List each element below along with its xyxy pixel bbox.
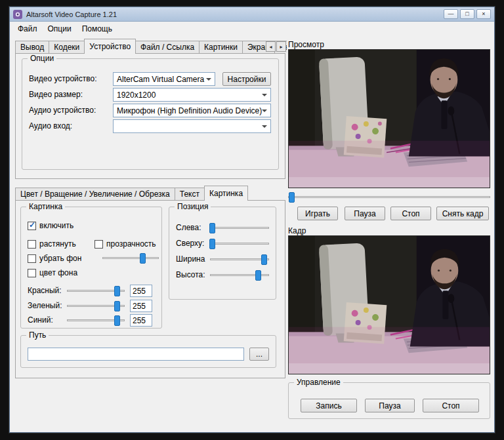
blue-value-input[interactable] xyxy=(130,314,152,327)
green-slider[interactable] xyxy=(67,301,125,311)
enable-checkbox-label: включить xyxy=(39,219,74,233)
audio-input-label: Аудио вход: xyxy=(29,119,72,133)
window-title: Altarsoft Video Capture 1.21 xyxy=(26,10,117,18)
red-slider[interactable] xyxy=(67,286,125,296)
slider-track xyxy=(102,257,159,259)
frame-video xyxy=(288,235,490,374)
path-group: Путь ... xyxy=(20,335,276,368)
slider-thumb[interactable] xyxy=(209,223,215,233)
video-device-select[interactable]: AlterCam Virtual Camera xyxy=(113,72,215,86)
frame-video-scene xyxy=(289,236,490,374)
slider-thumb[interactable] xyxy=(209,239,215,249)
audio-device-label: Аудио устройство: xyxy=(29,104,96,117)
app-window: Altarsoft Video Capture 1.21 — □ × Файл … xyxy=(9,7,495,433)
secondary-tab-strip: Цвет / Вращение / Увеличение / Обрезка Т… xyxy=(15,186,287,201)
slider-thumb[interactable] xyxy=(114,315,120,326)
width-slider[interactable] xyxy=(210,254,269,265)
pause-button[interactable]: Пауза xyxy=(345,207,385,220)
slider-thumb[interactable] xyxy=(114,286,120,296)
options-group: Опции Видео устройство: AlterCam Virtual… xyxy=(22,58,279,170)
height-label: Высота: xyxy=(176,268,205,282)
slider-thumb[interactable] xyxy=(261,254,267,265)
red-label: Красный: xyxy=(28,284,62,298)
play-button[interactable]: Играть xyxy=(297,207,338,220)
enable-checkbox[interactable] xyxy=(28,222,36,230)
snapshot-button[interactable]: Снять кадр xyxy=(436,207,489,220)
options-group-label: Опции xyxy=(28,54,56,63)
video-device-value: AlterCam Virtual Camera xyxy=(117,75,204,84)
remove-background-checkbox-label: убрать фон xyxy=(39,252,81,266)
background-color-checkbox-label: цвет фона xyxy=(39,266,77,280)
height-slider[interactable] xyxy=(210,270,269,281)
menu-file[interactable]: Файл xyxy=(12,22,43,35)
video-size-select[interactable]: 1920x1200 xyxy=(113,88,271,102)
preview-seek-slider[interactable] xyxy=(288,192,490,203)
tab-text[interactable]: Текст xyxy=(175,188,205,200)
preview-title: Просмотр xyxy=(288,40,324,49)
record-button[interactable]: Запись xyxy=(301,399,357,412)
stretch-checkbox[interactable] xyxy=(28,240,36,249)
audio-device-value: Микрофон (High Definition Audio Device) xyxy=(117,106,262,115)
audio-device-select[interactable]: Микрофон (High Definition Audio Device) xyxy=(113,104,271,117)
dropdown-arrow-icon xyxy=(262,125,267,130)
slider-track xyxy=(288,196,490,198)
menu-help[interactable]: Помощь xyxy=(77,22,117,35)
background-color-checkbox[interactable] xyxy=(28,269,36,277)
record-stop-button[interactable]: Стоп xyxy=(423,399,479,412)
menu-bar: Файл Опции Помощь xyxy=(10,22,494,35)
path-input[interactable] xyxy=(28,348,244,361)
picture-group: Картинка включить растянуть прозрачность… xyxy=(20,207,162,329)
window-controls: — □ × xyxy=(444,9,491,19)
width-label: Ширина xyxy=(176,252,205,266)
blue-slider[interactable] xyxy=(67,315,125,326)
audio-input-select[interactable] xyxy=(113,119,271,133)
main-tab-strip: Вывод Кодеки Устройство Файл / Ссылка Ка… xyxy=(15,39,287,54)
left-arrow-icon: ◂ xyxy=(269,44,272,50)
remove-background-checkbox[interactable] xyxy=(28,254,36,263)
dropdown-arrow-icon xyxy=(206,78,211,83)
control-group: Управление Запись Пауза Стоп xyxy=(288,382,490,419)
slider-thumb[interactable] xyxy=(289,192,295,203)
left-slider[interactable] xyxy=(210,223,269,233)
tab-pictures[interactable]: Картинки xyxy=(199,41,243,53)
video-size-value: 1920x1200 xyxy=(117,90,156,100)
dropdown-arrow-icon xyxy=(262,94,267,99)
settings-button[interactable]: Настройки xyxy=(222,72,271,86)
red-value-input[interactable] xyxy=(130,285,152,297)
menu-options[interactable]: Опции xyxy=(43,22,77,35)
preview-video xyxy=(288,49,490,188)
stop-button[interactable]: Стоп xyxy=(390,207,431,220)
blue-label: Синий: xyxy=(28,313,53,327)
green-value-input[interactable] xyxy=(130,300,152,312)
tab-scroll-left-button[interactable]: ◂ xyxy=(266,41,276,52)
top-slider[interactable] xyxy=(210,239,269,249)
green-label: Зеленый: xyxy=(28,299,62,313)
record-pause-button[interactable]: Пауза xyxy=(365,399,415,412)
opacity-slider[interactable] xyxy=(102,253,159,264)
browse-button[interactable]: ... xyxy=(249,348,269,361)
slider-track xyxy=(210,243,269,245)
video-device-label: Видео устройство: xyxy=(29,72,97,86)
slider-track xyxy=(210,227,269,229)
transparency-checkbox-label: прозрачность xyxy=(106,237,156,251)
path-group-label: Путь xyxy=(26,330,49,340)
slider-thumb[interactable] xyxy=(255,270,261,281)
position-group: Позиция Слева: Сверху: Ширина Высота: xyxy=(169,207,276,300)
maximize-button[interactable]: □ xyxy=(460,9,474,19)
tab-device[interactable]: Устройство xyxy=(84,39,136,54)
tab-scroll-right-button[interactable]: ▸ xyxy=(276,41,286,52)
tab-color-rotate-zoom-crop[interactable]: Цвет / Вращение / Увеличение / Обрезка xyxy=(15,188,175,200)
slider-thumb[interactable] xyxy=(140,253,146,264)
close-button[interactable]: × xyxy=(476,9,491,19)
control-group-label: Управление xyxy=(294,378,343,387)
tab-file-link[interactable]: Файл / Ссылка xyxy=(135,41,200,53)
position-group-label: Позиция xyxy=(175,202,211,211)
tab-codecs[interactable]: Кодеки xyxy=(49,41,85,53)
transparency-checkbox[interactable] xyxy=(94,240,103,249)
tab-picture[interactable]: Картинка xyxy=(204,186,248,201)
slider-thumb[interactable] xyxy=(114,301,120,311)
minimize-button[interactable]: — xyxy=(444,9,458,19)
tab-output[interactable]: Вывод xyxy=(15,41,49,53)
titlebar[interactable]: Altarsoft Video Capture 1.21 — □ × xyxy=(10,7,494,22)
stretch-checkbox-label: растянуть xyxy=(39,237,76,251)
